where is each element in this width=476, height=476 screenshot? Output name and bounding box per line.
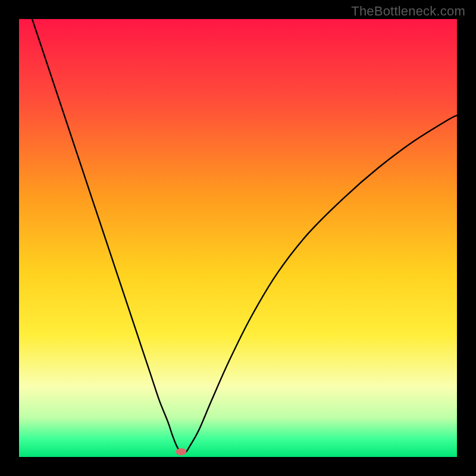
gradient-background [19,19,457,457]
optimal-point-marker [176,448,186,455]
chart-frame: TheBottleneck.com [0,0,476,476]
watermark-text: TheBottleneck.com [351,4,465,19]
chart-plot-area [19,19,457,457]
chart-svg [19,19,457,457]
